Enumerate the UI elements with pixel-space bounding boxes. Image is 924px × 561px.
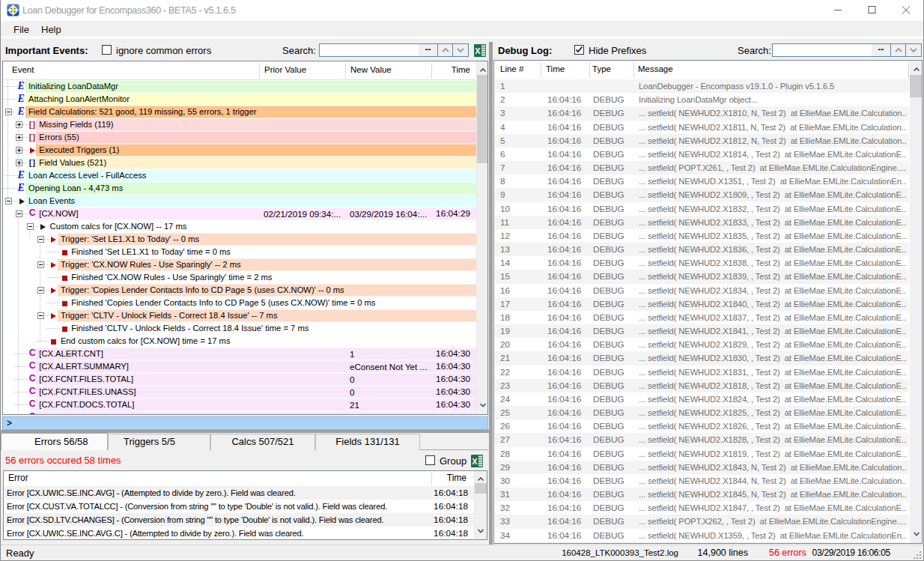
svg-text:X: X [472, 457, 478, 466]
svg-text:X: X [475, 46, 481, 55]
